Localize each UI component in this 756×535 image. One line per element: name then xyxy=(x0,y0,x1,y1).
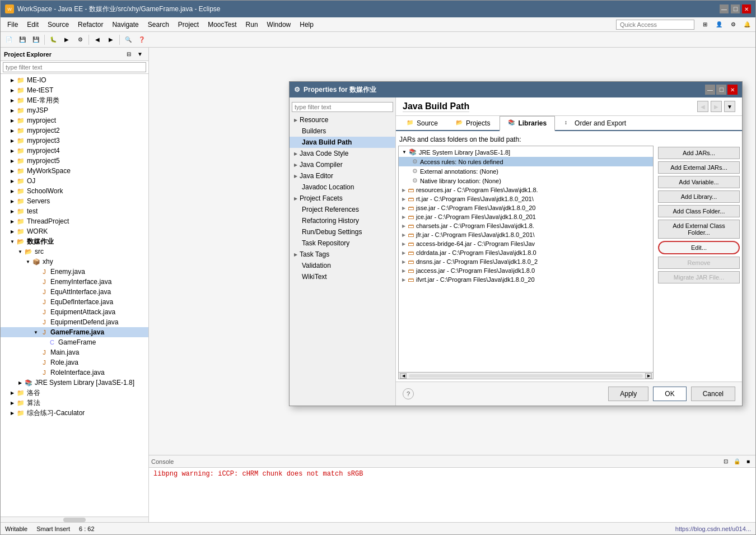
jar-item-jsse[interactable]: ▶ 🗃 jsse.jar - C:\Program Files\Java\jdk… xyxy=(399,203,653,212)
sidebar-collapse[interactable]: ⊟ xyxy=(124,49,134,59)
tree-item-oj[interactable]: ▶ 📁 OJ xyxy=(1,176,148,186)
cancel-button[interactable]: Cancel xyxy=(691,387,735,401)
dialog-maximize[interactable]: ☐ xyxy=(716,85,726,95)
menu-window[interactable]: Window xyxy=(263,20,296,30)
tab-source[interactable]: 📁 Source xyxy=(398,116,446,130)
nav-refactoring-history[interactable]: Refactoring History xyxy=(290,215,395,226)
menu-refactor[interactable]: Refactor xyxy=(73,20,108,30)
tree-item-threadproject[interactable]: ▶ 📁 ThreadProject xyxy=(1,216,148,226)
add-variable-btn[interactable]: Add Variable... xyxy=(658,176,740,188)
menu-search[interactable]: Search xyxy=(143,20,174,30)
tree-item-equipattack[interactable]: ▶ J EquipmentAttack.java xyxy=(1,307,148,317)
tree-item-main[interactable]: ▶ J Main.java xyxy=(1,347,148,357)
nav-project-references[interactable]: Project References xyxy=(290,204,395,215)
jar-item-jaccess[interactable]: ▶ 🗃 jaccess.jar - C:\Program Files\Java\… xyxy=(399,266,653,275)
nav-task-tags[interactable]: ▶ Task Tags xyxy=(290,249,395,260)
ok-button[interactable]: OK xyxy=(653,387,686,401)
scroll-right[interactable]: ▶ xyxy=(645,373,652,379)
jar-item-resources[interactable]: ▶ 🗃 resources.jar - C:\Program Files\Jav… xyxy=(399,185,653,194)
tree-item-myproject[interactable]: ▶ 📁 myproject xyxy=(1,115,148,125)
sidebar-filter[interactable] xyxy=(3,62,146,72)
toolbar-prev[interactable]: ◀ xyxy=(91,34,104,46)
tab-projects[interactable]: 📂 Projects xyxy=(447,116,498,130)
menu-file[interactable]: File xyxy=(3,20,22,30)
nav-java-build-path[interactable]: Java Build Path xyxy=(290,137,395,148)
menu-help[interactable]: Help xyxy=(295,20,318,30)
jar-item-native-library[interactable]: ⚙ Native library location: (None) xyxy=(399,176,653,185)
tree-item-test[interactable]: ▶ 📁 test xyxy=(1,206,148,216)
nav-java-code-style[interactable]: ▶ Java Code Style xyxy=(290,148,395,159)
nav-forward-btn[interactable]: ▶ xyxy=(711,101,722,112)
nav-resource[interactable]: ▶ Resource xyxy=(290,114,395,125)
tree-item-myproject3[interactable]: ▶ 📁 myproject3 xyxy=(1,136,148,146)
nav-task-repository[interactable]: Task Repository xyxy=(290,238,395,249)
tree-item-enemy[interactable]: ▶ J Enemy.java xyxy=(1,267,148,277)
tab-libraries[interactable]: 📚 Libraries xyxy=(500,116,555,131)
tree-item-schoolwork[interactable]: ▶ 📁 SchoolWork xyxy=(1,186,148,196)
tree-item-shumei[interactable]: ▼ 📂 数媒作业 xyxy=(1,236,148,246)
nav-wikitext[interactable]: WikiText xyxy=(290,271,395,282)
add-class-folder-btn[interactable]: Add Class Folder... xyxy=(658,205,740,217)
nav-run-debug[interactable]: Run/Debug Settings xyxy=(290,226,395,238)
nav-dropdown-btn[interactable]: ▼ xyxy=(724,101,735,112)
jar-item-jre[interactable]: ▼ 📚 JRE System Library [JavaSE-1.8] xyxy=(399,147,653,157)
menu-source[interactable]: Source xyxy=(43,20,73,30)
toolbar-new[interactable]: 📄 xyxy=(3,34,15,46)
jar-item-charsets[interactable]: ▶ 🗃 charsets.jar - C:\Program Files\Java… xyxy=(399,221,653,230)
tree-item-luogu[interactable]: ▶ 📁 洛谷 xyxy=(1,388,148,398)
dialog-filter-input[interactable] xyxy=(292,102,393,112)
toolbar-run[interactable]: ▶ xyxy=(60,34,73,46)
tree-item-gameframe-class[interactable]: ▶ C GameFrame xyxy=(1,337,148,347)
toolbar-help[interactable]: ❓ xyxy=(136,34,148,46)
tree-item-servers[interactable]: ▶ 📁 Servers xyxy=(1,196,148,206)
toolbar-ext[interactable]: ⚙ xyxy=(74,34,86,46)
jar-item-ifvrt[interactable]: ▶ 🗃 ifvrt.jar - C:\Program Files\Java\jd… xyxy=(399,275,653,284)
console-terminate[interactable]: ■ xyxy=(743,457,753,467)
apply-button[interactable]: Apply xyxy=(608,387,648,401)
toolbar-btn-3[interactable]: ⚙ xyxy=(727,18,739,31)
dialog-minimize[interactable]: — xyxy=(705,85,715,95)
tree-item-role[interactable]: ▶ J Role.java xyxy=(1,357,148,367)
menu-mooctest[interactable]: MoocTest xyxy=(203,20,241,30)
toolbar-btn-1[interactable]: ⊞ xyxy=(699,18,711,31)
jar-item-jfr[interactable]: ▶ 🗃 jfr.jar - C:\Program Files\Java\jdk1… xyxy=(399,230,653,239)
tree-item-me-io[interactable]: ▶ 📁 ME-IO xyxy=(1,75,148,85)
tree-item-enemyinterface[interactable]: ▶ J EnemyInterface.java xyxy=(1,277,148,287)
toolbar-next[interactable]: ▶ xyxy=(105,34,117,46)
sidebar-menu[interactable]: ▼ xyxy=(135,49,145,59)
close-button[interactable]: ✕ xyxy=(742,4,751,13)
nav-validation[interactable]: Validation xyxy=(290,260,395,271)
jar-item-jce[interactable]: ▶ 🗃 jce.jar - C:\Program Files\Java\jdk1… xyxy=(399,212,653,221)
migrate-jar-btn[interactable]: Migrate JAR File... xyxy=(658,271,740,283)
nav-java-editor[interactable]: ▶ Java Editor xyxy=(290,170,395,182)
toolbar-save[interactable]: 💾 xyxy=(16,34,29,46)
nav-builders[interactable]: Builders xyxy=(290,125,395,137)
remove-btn[interactable]: Remove xyxy=(658,257,740,269)
tree-item-equatt[interactable]: ▶ J EquAttInterface.java xyxy=(1,287,148,297)
add-library-btn[interactable]: Add Library... xyxy=(658,190,740,203)
console-clear[interactable]: ⊡ xyxy=(721,457,731,467)
jar-item-rt[interactable]: ▶ 🗃 rt.jar - C:\Program Files\Java\jdk1.… xyxy=(399,194,653,203)
help-icon[interactable]: ? xyxy=(403,388,414,399)
nav-java-compiler[interactable]: ▶ Java Compiler xyxy=(290,159,395,170)
toolbar-btn-2[interactable]: 👤 xyxy=(713,18,725,31)
tree-item-myproject2[interactable]: ▶ 📁 myproject2 xyxy=(1,125,148,136)
jar-list[interactable]: ▼ 📚 JRE System Library [JavaSE-1.8] ⚙ xyxy=(398,146,654,373)
menu-run[interactable]: Run xyxy=(241,20,263,30)
tree-item-roleinterface[interactable]: ▶ J RoleInterface.java xyxy=(1,367,148,378)
tree-item-me-test[interactable]: ▶ 📁 Me-tEST xyxy=(1,85,148,95)
tree-item-myjsp[interactable]: ▶ 📁 myJSP xyxy=(1,105,148,115)
dialog-close[interactable]: ✕ xyxy=(727,85,738,95)
tree-item-me-common[interactable]: ▶ 📁 ME-常用类 xyxy=(1,95,148,105)
jar-item-access-rules[interactable]: ⚙ Access rules: No rules defined xyxy=(399,157,653,166)
menu-navigate[interactable]: Navigate xyxy=(108,20,143,30)
jar-item-cldrdata[interactable]: ▶ 🗃 cldrdata.jar - C:\Program Files\Java… xyxy=(399,248,653,257)
tree-item-equipdefend[interactable]: ▶ J EquipmentDefend.java xyxy=(1,317,148,327)
nav-back-btn[interactable]: ◀ xyxy=(697,101,708,112)
h-scrollbar[interactable]: ◀ ▶ xyxy=(398,373,654,379)
maximize-button[interactable]: ☐ xyxy=(731,4,740,13)
menu-project[interactable]: Project xyxy=(174,20,203,30)
tree-item-myproject4[interactable]: ▶ 📁 myproject4 xyxy=(1,146,148,156)
jar-item-access-bridge[interactable]: ▶ 🗃 access-bridge-64.jar - C:\Program Fi… xyxy=(399,239,653,248)
nav-javadoc-location[interactable]: Javadoc Location xyxy=(290,182,395,193)
